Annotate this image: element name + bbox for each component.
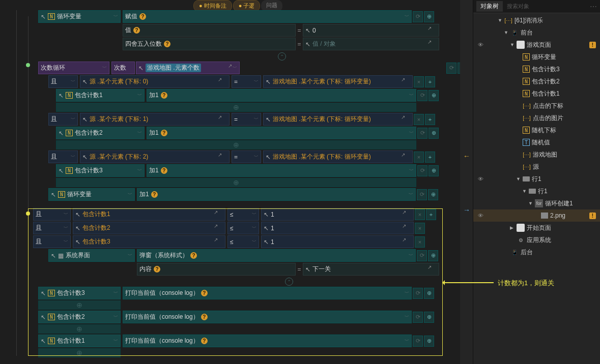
block-inc[interactable]: ↖N包含计数1﹀: [38, 335, 121, 347]
tree-row[interactable]: [⋯] 源: [473, 161, 600, 173]
expand-icon[interactable]: ▼: [516, 176, 521, 181]
back-icon[interactable]: ←: [460, 149, 473, 163]
tree-row[interactable]: ▼ for 循环创建1: [473, 197, 600, 209]
block-plus1[interactable]: 加1?﹀: [147, 127, 416, 139]
block-inc[interactable]: ↖N包含计数2﹀: [38, 311, 121, 323]
tree-row[interactable]: N 循环变量: [473, 51, 600, 63]
block-loopvar2[interactable]: ↖ N 循环变量 ﹀: [48, 188, 135, 201]
expand-icon[interactable]: ↗: [427, 39, 432, 45]
refresh-button[interactable]: ⟳: [417, 165, 427, 176]
block-inc[interactable]: ↖N包含计数2﹀: [56, 127, 145, 139]
add-button[interactable]: +: [425, 114, 435, 125]
block-src-elem[interactable]: ↖源 .某个元素 (下标: 0)↗: [80, 75, 230, 88]
help-icon[interactable]: ?: [151, 191, 158, 198]
block-inc[interactable]: ↖N包含计数1﹀: [56, 89, 145, 102]
tree-row[interactable]: N 包含计数1: [473, 87, 600, 100]
block-assign[interactable]: 赋值 ? ﹀: [123, 10, 412, 23]
close-button[interactable]: ×: [415, 236, 425, 248]
block-src-elem[interactable]: ↖源 .某个元素 (下标: 1)↗: [80, 113, 230, 126]
eye-icon[interactable]: 👁: [475, 42, 485, 48]
block-round-rhs[interactable]: ↖ 值 / 对象 ↗: [303, 38, 439, 50]
block-inc[interactable]: ↖N包含计数3﹀: [38, 287, 121, 299]
tree-row[interactable]: [⋯] 游戏地图: [473, 148, 600, 161]
expand-icon[interactable]: ↗: [427, 25, 432, 31]
tree-row[interactable]: [⋯] 点击的图片: [473, 112, 600, 124]
expand-icon[interactable]: ▼: [522, 189, 527, 194]
block-eq[interactable]: =﹀: [232, 75, 261, 88]
block-plus1[interactable]: 加1 ? ﹀: [137, 188, 416, 201]
block-round[interactable]: 四舍五入位数 ?: [123, 38, 296, 50]
block-inc-ref[interactable]: ↖包含计数3↗: [73, 235, 225, 248]
close-button[interactable]: ×: [414, 114, 424, 125]
tree-row[interactable]: N 随机下标: [473, 124, 600, 136]
chevron-down-icon[interactable]: ﹀: [409, 252, 413, 259]
collapse-button[interactable]: ⌃: [285, 278, 293, 286]
refresh-button[interactable]: ⟳: [413, 11, 423, 22]
block-one[interactable]: ↖1↗: [261, 222, 414, 234]
add-button[interactable]: ⊕: [428, 90, 439, 101]
side-tab[interactable]: 对象树: [476, 1, 503, 12]
tree-row[interactable]: 👁 ▼ 游戏页面 !: [473, 39, 600, 51]
collapse-button[interactable]: ⌃: [278, 52, 286, 60]
tree-row[interactable]: 👁 ▼ 行1: [473, 173, 600, 185]
close-button[interactable]: ×: [415, 209, 425, 220]
chevron-down-icon[interactable]: ﹀: [102, 65, 107, 71]
block-loopvar[interactable]: ↖ N 循环变量 ﹀: [38, 10, 121, 23]
block-eq[interactable]: =﹀: [232, 150, 261, 163]
tree-row[interactable]: [⋯] 点击的下标: [473, 100, 600, 112]
add-row[interactable]: ⊕: [56, 140, 416, 149]
add-button[interactable]: +: [425, 76, 435, 87]
help-icon[interactable]: ?: [164, 41, 170, 47]
refresh-button[interactable]: ⟳: [417, 128, 427, 139]
block-and[interactable]: 且﹀: [33, 208, 71, 221]
block-eq[interactable]: =﹀: [232, 113, 261, 126]
add-button[interactable]: ⊕: [428, 165, 439, 176]
block-map-elem[interactable]: ↖游戏地图 .某个元素 (下标: 循环变量)↗: [263, 150, 413, 163]
block-canvas[interactable]: ● 时间备注 ● 子逻 问题 ↖ N 循环变量 ﹀ 赋值 ? ﹀ ⟳ ⊕ 值 ?…: [0, 0, 473, 364]
tree-row[interactable]: ▼ 📱 前台: [473, 26, 600, 39]
block-print[interactable]: 打印当前值（console log）?﹀: [123, 335, 412, 347]
block-times[interactable]: 次数: [111, 62, 135, 74]
add-row[interactable]: ⊕: [38, 348, 121, 357]
block-src-elem[interactable]: ↖源 .某个元素 (下标: 2)↗: [80, 150, 230, 163]
help-icon[interactable]: ?: [133, 27, 140, 34]
chevron-down-icon[interactable]: ﹀: [113, 13, 118, 20]
block-plus1[interactable]: 加1?﹀: [147, 89, 416, 102]
add-row[interactable]: ⊕: [38, 324, 121, 333]
expand-icon[interactable]: ▼: [498, 18, 503, 23]
side-search[interactable]: 搜索对象: [507, 3, 588, 10]
add-button[interactable]: ⊕: [424, 336, 434, 347]
chevron-down-icon[interactable]: ﹀: [128, 191, 132, 198]
expand-icon[interactable]: ▶: [510, 225, 515, 230]
block-and[interactable]: 且﹀: [48, 75, 78, 88]
add-button[interactable]: ⊕: [428, 250, 438, 261]
block-map-elem[interactable]: ↖游戏地图 .某个元素 (下标: 循环变量)↗: [263, 75, 413, 88]
block-content-rhs[interactable]: ↖ 下一关 ↗: [303, 263, 439, 276]
expand-icon[interactable]: ▼: [528, 201, 533, 206]
refresh-button[interactable]: ⟳: [413, 288, 423, 299]
block-sysui[interactable]: ↖ ▦ 系统界面 ﹀: [48, 249, 135, 262]
more-icon[interactable]: ⋯: [590, 3, 597, 11]
block-map-elem[interactable]: ↖游戏地图 .某个元素 (下标: 循环变量)↗: [263, 113, 413, 126]
close-button[interactable]: ×: [415, 223, 425, 234]
block-one[interactable]: ↖1↗: [261, 208, 414, 221]
tree-row[interactable]: T 随机值: [473, 136, 600, 148]
add-row[interactable]: ⊕: [56, 103, 416, 112]
block-and[interactable]: 且﹀: [48, 150, 78, 163]
block-print[interactable]: 打印当前值（console log）?﹀: [123, 287, 412, 299]
refresh-button[interactable]: ⟳: [413, 336, 423, 347]
block-inc-ref[interactable]: ↖包含计数1↗: [73, 208, 225, 221]
block-print[interactable]: 打印当前值（console log）?﹀: [123, 311, 412, 323]
block-value[interactable]: 值 ?: [123, 24, 296, 37]
add-button[interactable]: +: [425, 151, 435, 163]
close-button[interactable]: ×: [414, 151, 424, 163]
tree-row[interactable]: N 包含计数2: [473, 75, 600, 87]
add-button[interactable]: ⊕: [424, 312, 434, 323]
tree-row[interactable]: 👁 2.png !: [473, 209, 600, 222]
block-and[interactable]: 且﹀: [33, 222, 71, 234]
add-button[interactable]: ⊕: [424, 288, 434, 299]
block-lte[interactable]: ≤﹀: [227, 222, 259, 234]
add-button[interactable]: ⊕: [424, 11, 434, 22]
expand-icon[interactable]: ↗: [427, 264, 432, 270]
add-button[interactable]: +: [426, 209, 436, 220]
